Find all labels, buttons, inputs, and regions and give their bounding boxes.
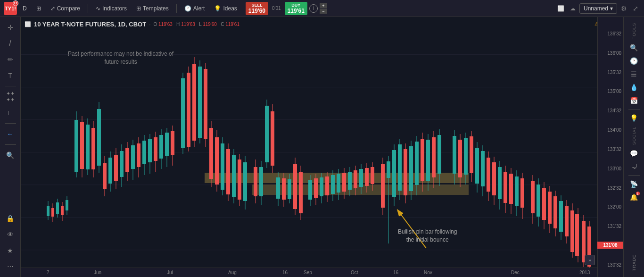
svg-rect-28 [103,163,107,189]
svg-rect-24 [91,128,95,169]
templates-label: Templates [143,5,169,12]
time-label-dec: Dec [511,270,520,275]
svg-rect-40 [137,143,140,167]
candle-group-oct [308,162,374,206]
svg-rect-133 [415,142,419,185]
alert-button[interactable]: 🕐 Alert [181,3,209,14]
lock-tool[interactable]: 🔒 [4,212,17,225]
svg-rect-163 [509,174,513,204]
cloud-button[interactable]: ☁ [568,3,578,14]
svg-rect-131 [409,146,413,191]
chat-button[interactable]: 💬 [627,147,641,160]
logo-button[interactable]: TY1! 11 [4,2,17,15]
time-label-jul: Jul [167,270,173,275]
scroll-right-button[interactable]: » [585,255,595,265]
chevron-down-icon: ▾ [610,5,613,12]
svg-rect-66 [215,137,219,185]
compare-icon: ⤢ [50,5,55,12]
measure-tool[interactable]: ⊢ [4,106,17,119]
candle-group-aug-peak [181,57,247,210]
compare-button[interactable]: ⤢ Compare [47,3,84,14]
svg-rect-118 [371,167,374,184]
magnet-tool[interactable]: ✦✦✦✦ [4,90,17,103]
lightbulb-tool-button[interactable]: 💡 [627,111,641,125]
svg-rect-127 [398,144,402,191]
svg-rect-14 [61,206,64,215]
ohlc-labels: O 119'63 H 119'63 L 119'60 C 119'61 [153,22,239,27]
brush-tool[interactable]: ✏ [4,53,17,66]
svg-rect-94 [299,172,303,213]
logo-badge: 11 [13,0,18,6]
ideas-button[interactable]: 💡 Ideas [210,3,240,14]
separator-2 [176,4,177,13]
svg-rect-60 [198,67,202,138]
svg-rect-52 [171,131,174,155]
svg-rect-171 [537,185,540,217]
trade-label[interactable]: TRADE [630,252,638,273]
trend-line-tool[interactable]: / [4,37,17,50]
fullscreen-button[interactable]: ⬜ [555,3,566,14]
calendar-tool-button[interactable]: 📅 [627,94,641,107]
svg-rect-96 [308,180,312,200]
svg-rect-169 [531,181,535,213]
search-tool-button[interactable]: 🔍 [627,41,641,54]
bartype-icon: ⊞ [36,5,41,12]
bartype-button[interactable]: ⊞ [33,3,45,14]
trade-info-button[interactable]: i [309,4,318,13]
svg-rect-149 [470,136,473,173]
settings-button[interactable]: ⚙ [619,3,629,14]
svg-rect-18 [74,120,78,172]
svg-rect-102 [325,176,329,195]
crosshair-tool[interactable]: ✛ [4,21,17,34]
price-label-6: 133'32 [600,147,621,152]
eye-tool[interactable]: 👁 [4,228,17,241]
star-tool[interactable]: ★ [4,244,17,257]
svg-rect-167 [520,178,524,208]
spread-value: 0'01 [270,6,283,11]
time-label-nov: Nov [424,270,432,275]
tool-sep-2 [5,123,16,124]
right-sidebar: TOOLS 🔍 🕐 ☰ 💧 📅 💡 SOCIAL 💬 🗨 📡 🔔 1 TRADE [623,17,644,277]
svg-rect-70 [226,149,230,194]
left-toolbar: ✛ / ✏ T ✦✦✦✦ ⊢ ← 🔍 🔒 👁 ★ ⋯ [0,17,21,277]
svg-rect-32 [114,155,118,181]
svg-rect-46 [154,137,157,161]
svg-rect-143 [453,136,456,174]
zoom-tool[interactable]: 🔍 [4,149,17,162]
price-scale: 136'32 136'00 135'32 135'00 134'32 134'0… [597,17,623,277]
tool-sep-1 [5,86,16,86]
clock-tool-button[interactable]: 🕐 [627,54,641,67]
price-label-5: 134'00 [600,127,621,133]
time-label-jun: Jun [94,270,101,275]
wifi-button[interactable]: 📡 [627,177,641,191]
alert-label: Alert [193,5,205,12]
plus-button[interactable]: + [320,3,327,8]
expand-button[interactable]: ⤢ [631,3,640,14]
time-scale: 7 Jun Jul Aug 16 Sep Oct 16 Nov Dec 2013 [21,268,597,277]
back-tool[interactable]: ← [4,127,17,141]
ideas-icon: 💡 [214,5,221,12]
timeframe-button[interactable]: D [19,3,31,14]
menu-tool-button[interactable]: ☰ [627,67,641,81]
svg-rect-110 [348,172,352,190]
chart-container[interactable]: ⬜ 10 YEAR T-NOTE FUTURES, 1D, CBOT · O 1… [21,17,623,277]
indicators-button[interactable]: ∿ Indicators [92,3,131,14]
more-tool[interactable]: ⋯ [4,260,17,273]
sidebar-sep-1 [628,109,640,109]
candle-group-sep [254,100,303,220]
text-tool[interactable]: T [4,69,17,82]
svg-rect-36 [125,148,129,172]
notification-wrapper: 🔔 1 [627,191,641,204]
drop-tool-button[interactable]: 💧 [627,81,641,94]
chart-name-button[interactable]: Unnamed ▾ [579,3,617,14]
sell-label: SELL [251,3,262,8]
ideas-label: Ideas [223,5,237,12]
price-label-0: 136'32 [600,31,621,36]
minus-button[interactable]: − [320,8,327,14]
templates-button[interactable]: ⊞ Templates [132,3,173,14]
comment-button[interactable]: 🗨 [627,160,641,173]
time-label-16: 16 [282,270,288,275]
time-label-oct: Oct [351,270,358,275]
time-label-sep: Sep [304,270,312,275]
indicators-label: Indicators [102,5,127,12]
